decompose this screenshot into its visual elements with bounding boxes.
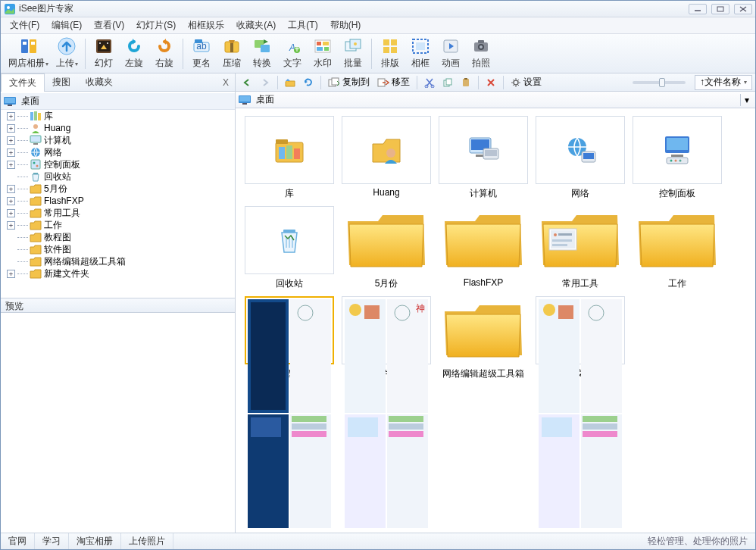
thumbnail-size-slider[interactable] (633, 81, 686, 84)
sort-button[interactable]: ↑文件名称 ▾ (695, 75, 752, 90)
left-tabs: 文件夹 搜图 收藏夹 X (1, 73, 235, 92)
menu-help[interactable]: 帮助(H) (326, 17, 366, 33)
convert-button[interactable]: 转换 (247, 36, 277, 72)
tree-item[interactable]: + 库 (5, 110, 235, 122)
maximize-button[interactable] (711, 4, 729, 14)
expand-icon[interactable]: + (7, 209, 15, 217)
tree-root[interactable]: 桌面 (1, 93, 235, 110)
grid-item[interactable]: 计算机 (439, 116, 528, 200)
expand-icon[interactable]: + (7, 221, 15, 230)
menu-edit[interactable]: 编辑(E) (47, 17, 86, 33)
tree-item[interactable]: + 计算机 (5, 134, 235, 146)
upload-button[interactable]: 上传▾ (52, 36, 82, 72)
tree-item[interactable]: + 新建文件夹 (5, 267, 235, 280)
settings-button[interactable]: 设置 (508, 75, 545, 90)
grid-item[interactable]: 神 软件图 (342, 296, 431, 380)
breadcrumb-dropdown[interactable]: ▾ (740, 94, 752, 106)
grid-item[interactable]: 库 (245, 116, 334, 200)
grid-item[interactable]: 5月份 (342, 206, 431, 290)
rotate-left-icon (125, 37, 143, 55)
expand-icon[interactable]: + (7, 148, 15, 157)
expand-icon[interactable]: + (7, 161, 15, 169)
grid-item[interactable]: 网络编辑超级工具箱 (439, 296, 528, 380)
layout-button[interactable]: 排版 (375, 36, 405, 72)
svg-point-30 (354, 42, 357, 45)
tab-favorites[interactable]: 收藏夹 (78, 73, 120, 91)
svg-rect-96 (552, 244, 567, 246)
status-tab-taobao[interactable]: 淘宝相册 (69, 533, 121, 549)
expand-icon[interactable]: + (7, 197, 15, 205)
nav-forward-button[interactable] (257, 75, 273, 90)
grid-item[interactable]: 工作 (633, 206, 722, 290)
expand-icon[interactable]: + (7, 270, 15, 278)
tree-item[interactable]: 回收站 (5, 170, 235, 183)
batch-button[interactable]: 批量 (338, 36, 368, 72)
capture-button[interactable]: 拍照 (466, 36, 496, 72)
tab-search[interactable]: 搜图 (45, 73, 78, 91)
status-tab-upload[interactable]: 上传照片 (121, 533, 173, 549)
menu-slide[interactable]: 幻灯片(S) (132, 17, 180, 33)
tree-item-label: 软件图 (44, 243, 71, 256)
nav-back-button[interactable] (239, 75, 255, 90)
close-button[interactable] (734, 4, 752, 14)
grid-item[interactable]: 回收站 (245, 206, 334, 290)
menu-frame[interactable]: 相框娱乐 (183, 17, 229, 33)
photoframe-button[interactable]: 相框 (405, 36, 436, 72)
slideshow-button[interactable]: 幻灯 (89, 36, 119, 72)
album-button[interactable]: 网店相册▾ (5, 36, 52, 72)
breadcrumb-location[interactable]: 桌面 (256, 93, 274, 106)
tree-item[interactable]: 软件图 (5, 243, 235, 255)
cut-button[interactable] (421, 75, 438, 90)
tree-item[interactable]: + 5月份 (5, 183, 235, 195)
move-to-button[interactable]: 移至 (374, 75, 413, 90)
menu-tools[interactable]: 工具(T) (283, 17, 322, 33)
copy-button[interactable] (439, 75, 456, 90)
text-button[interactable]: A+ 文字 (277, 36, 308, 72)
menu-view[interactable]: 查看(V) (89, 17, 129, 33)
grid-item[interactable]: 控制面板 (633, 116, 722, 200)
nav-up-button[interactable] (282, 75, 298, 90)
refresh-button[interactable] (300, 75, 317, 90)
close-panel-button[interactable]: X (223, 77, 229, 88)
tree-item[interactable]: 网络编辑超级工具箱 (5, 255, 235, 267)
tree-item[interactable]: + 工作 (5, 219, 235, 231)
compress-button[interactable]: 压缩 (217, 36, 247, 72)
thumbnail-grid[interactable]: 库Huang计算机网络控制面板回收站5月份FlashFXP常用工具工作 教程图 … (236, 108, 755, 533)
grid-item[interactable]: Huang (342, 116, 431, 200)
grid-item-label: 常用工具 (562, 277, 598, 290)
tree-spacer (7, 245, 15, 254)
tree-item[interactable]: + 控制面板 (5, 158, 235, 170)
status-tab-site[interactable]: 官网 (1, 533, 35, 549)
status-tab-learn[interactable]: 学习 (35, 533, 69, 549)
delete-button[interactable] (483, 75, 499, 90)
tree-item[interactable]: 教程图 (5, 231, 235, 243)
expand-icon[interactable]: + (7, 185, 15, 193)
animation-button[interactable]: 动画 (436, 36, 466, 72)
expand-icon[interactable]: + (7, 124, 15, 133)
tree-item[interactable]: + Huang (5, 122, 235, 134)
rotate-right-button[interactable]: 右旋 (149, 36, 180, 72)
minimize-button[interactable] (689, 4, 707, 14)
copy-to-button[interactable]: 复制到 (325, 75, 373, 90)
desktop-icon (4, 95, 16, 108)
menu-file[interactable]: 文件(F) (5, 17, 44, 33)
svg-rect-50 (33, 143, 38, 145)
expand-icon[interactable]: + (7, 112, 15, 120)
grid-item[interactable]: 常用工具 (536, 206, 625, 290)
rename-button[interactable]: ab 更名 (186, 36, 217, 72)
folder-tree[interactable]: 桌面 + 库 + Huang + 计算机 + 网络 + 控制面板 回收站 + 5… (1, 92, 235, 298)
tab-folders[interactable]: 文件夹 (1, 73, 45, 92)
tree-item[interactable]: + 网络 (5, 146, 235, 158)
menu-favorites[interactable]: 收藏夹(A) (232, 17, 280, 33)
grid-item[interactable]: FlashFXP (439, 206, 528, 290)
grid-item[interactable]: 网络 (536, 116, 625, 200)
grid-item[interactable]: 新建文件夹 (536, 296, 625, 380)
watermark-button[interactable]: 水印 (308, 36, 338, 72)
expand-icon[interactable]: + (7, 136, 15, 145)
grid-item[interactable]: 教程图 (245, 296, 334, 380)
paste-button[interactable] (458, 75, 474, 90)
rotate-left-button[interactable]: 左旋 (119, 36, 149, 72)
gear-icon (511, 77, 521, 88)
tree-item[interactable]: + FlashFXP (5, 195, 235, 207)
tree-item[interactable]: + 常用工具 (5, 207, 235, 219)
